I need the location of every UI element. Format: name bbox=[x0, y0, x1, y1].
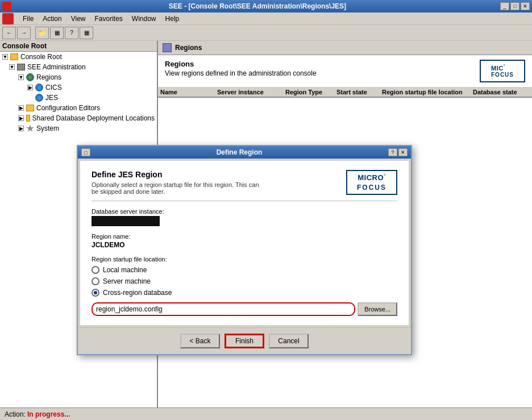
dialog-header-title: Define JES Region bbox=[92, 170, 262, 179]
dialog-system-icon[interactable]: □ bbox=[81, 148, 90, 156]
radio-cross-region[interactable]: Cross-region database bbox=[92, 289, 397, 297]
db-server-label: Database server instance: bbox=[92, 208, 397, 215]
dialog-mf-logo-box: MICRO° FOCUS bbox=[346, 170, 397, 195]
radio-cross-input[interactable] bbox=[92, 289, 99, 297]
radio-server-machine[interactable]: Server machine bbox=[92, 277, 397, 285]
startup-section: Region startup file location: Local mach… bbox=[92, 256, 397, 316]
file-input-row: Browse... bbox=[92, 302, 397, 316]
dialog-help-button[interactable]: ? bbox=[388, 148, 397, 156]
dialog-title-text: Define Region bbox=[90, 148, 388, 156]
radio-cross-label: Cross-region database bbox=[103, 289, 172, 297]
region-name-section: Region name: JCLDEMO bbox=[92, 233, 397, 249]
db-server-section: Database server instance: bbox=[92, 208, 397, 226]
region-name-label: Region name: bbox=[92, 233, 397, 240]
dialog-body: Define JES Region Optionally select a re… bbox=[80, 161, 409, 325]
radio-local-machine[interactable]: Local machine bbox=[92, 266, 397, 274]
finish-button[interactable]: Finish bbox=[225, 334, 264, 348]
radio-local-label: Local machine bbox=[103, 266, 147, 274]
back-button[interactable]: < Back bbox=[180, 334, 220, 348]
startup-file-input[interactable] bbox=[92, 302, 355, 316]
dialog-header-desc: Optionally select a region startup file … bbox=[92, 181, 262, 195]
define-region-dialog: □ Define Region ? ✕ Define JES Region Op… bbox=[77, 145, 412, 355]
dialog-ctrl-buttons: ? ✕ bbox=[388, 148, 408, 156]
browse-button[interactable]: Browse... bbox=[358, 302, 397, 316]
dialog-header-left: Define JES Region Optionally select a re… bbox=[92, 170, 262, 195]
dialog-close-button[interactable]: ✕ bbox=[398, 148, 408, 156]
radio-group: Local machine Server machine Cross-regio… bbox=[92, 266, 397, 297]
radio-server-input[interactable] bbox=[92, 277, 99, 285]
divider-1 bbox=[92, 201, 397, 201]
region-name-value: JCLDEMO bbox=[92, 241, 397, 249]
dialog-mf-logo: MICRO° FOCUS bbox=[346, 170, 397, 195]
startup-label: Region startup file location: bbox=[92, 256, 397, 263]
cancel-button[interactable]: Cancel bbox=[269, 334, 309, 348]
radio-server-label: Server machine bbox=[103, 277, 151, 285]
radio-local-input[interactable] bbox=[92, 266, 99, 274]
dialog-header-row: Define JES Region Optionally select a re… bbox=[92, 170, 397, 195]
dialog-titlebar: □ Define Region ? ✕ bbox=[78, 146, 411, 159]
modal-overlay: □ Define Region ? ✕ Define JES Region Op… bbox=[0, 0, 532, 420]
dialog-footer: < Back Finish Cancel bbox=[78, 327, 411, 354]
db-server-value bbox=[92, 216, 160, 226]
